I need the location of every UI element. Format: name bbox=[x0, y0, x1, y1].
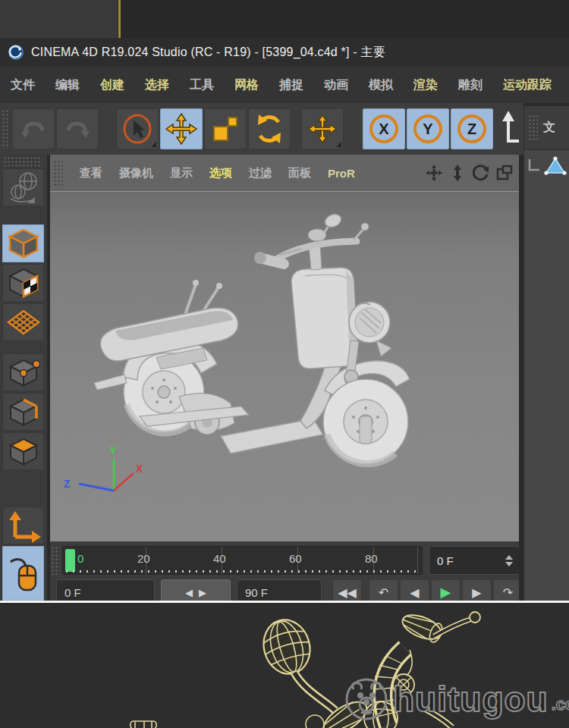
y-axis-lock-button[interactable]: Y bbox=[407, 108, 449, 149]
mode-palette-sidebar bbox=[0, 155, 47, 601]
toolbar-grip[interactable] bbox=[2, 109, 10, 149]
tick-label-20: 20 bbox=[137, 552, 150, 565]
y-axis-ring: Y bbox=[413, 115, 442, 143]
goto-start-group: ◀◀ bbox=[332, 579, 362, 601]
range-end-value: 90 F bbox=[245, 586, 268, 599]
make-editable-button[interactable] bbox=[2, 168, 44, 206]
range-start-field[interactable]: 0 F bbox=[56, 579, 155, 601]
move-tool-icon bbox=[165, 112, 198, 146]
points-mode-button[interactable] bbox=[2, 353, 44, 391]
coordinate-system-icon[interactable] bbox=[498, 111, 520, 149]
timeline-playhead[interactable] bbox=[65, 549, 75, 572]
live-selection-icon bbox=[121, 112, 154, 146]
viewport-zoom-icon[interactable] bbox=[449, 165, 466, 181]
timeline-ruler[interactable]: 0 20 40 60 80 bbox=[62, 546, 423, 575]
previous-frame-icon: ◀ bbox=[410, 585, 419, 600]
menu-edit[interactable]: 编辑 bbox=[55, 77, 80, 93]
next-frame-icon: ▶ bbox=[472, 585, 481, 600]
workplane-mode-button[interactable] bbox=[2, 303, 44, 341]
viewport-menu-panel[interactable]: 面板 bbox=[288, 166, 311, 180]
menu-motion-tracking[interactable]: 运动跟踪 bbox=[503, 77, 552, 93]
last-used-tool-button[interactable] bbox=[301, 108, 344, 149]
background-window-strip bbox=[0, 0, 569, 38]
viewport-3d-view[interactable]: Y X Z bbox=[50, 191, 519, 541]
frame-step-button[interactable]: ◀ ▶ bbox=[161, 579, 231, 601]
object-row[interactable] bbox=[524, 150, 569, 182]
menu-create[interactable]: 创建 bbox=[100, 77, 124, 93]
menu-simulate[interactable]: 模拟 bbox=[369, 77, 393, 93]
transport-controls: ↶ ◀ ▶ ▶ ↷ bbox=[369, 579, 519, 601]
move-tool-button[interactable] bbox=[160, 108, 203, 149]
scale-tool-button[interactable] bbox=[204, 108, 247, 149]
play-backward-icon: ↶ bbox=[379, 585, 388, 600]
goto-start-icon: ◀◀ bbox=[338, 585, 357, 600]
next-frame-button[interactable]: ▶ bbox=[462, 579, 492, 601]
x-axis-letter: X bbox=[379, 121, 388, 136]
play-forward-button[interactable]: ↷ bbox=[493, 579, 519, 601]
mouse-interaction-button[interactable] bbox=[2, 546, 44, 601]
scale-tool-icon bbox=[210, 114, 240, 144]
menu-mesh[interactable]: 网格 bbox=[234, 77, 259, 93]
goto-start-button[interactable]: ◀◀ bbox=[332, 579, 362, 601]
rotate-tool-button[interactable] bbox=[248, 108, 291, 149]
object-manager-grip[interactable] bbox=[528, 115, 538, 142]
x-axis-lock-button[interactable]: X bbox=[363, 108, 405, 149]
viewport-menu-filter[interactable]: 过滤 bbox=[249, 166, 272, 180]
z-axis-ring: Z bbox=[457, 115, 486, 143]
enable-axis-button[interactable] bbox=[2, 507, 44, 544]
undo-button[interactable] bbox=[12, 108, 55, 149]
redo-button[interactable] bbox=[56, 108, 99, 149]
menu-tools[interactable]: 工具 bbox=[190, 77, 214, 93]
previous-frame-button[interactable]: ◀ bbox=[400, 579, 429, 601]
ruler-minor-ticks bbox=[66, 570, 419, 573]
play-button[interactable]: ▶ bbox=[431, 579, 461, 601]
polygons-mode-button[interactable] bbox=[2, 432, 44, 470]
flyout-corner bbox=[336, 142, 341, 147]
menu-animate[interactable]: 动画 bbox=[324, 77, 348, 93]
mouse-icon bbox=[6, 554, 41, 592]
wireframe-mirror bbox=[257, 614, 316, 679]
background-window-panel bbox=[0, 0, 118, 38]
model-mode-icon bbox=[6, 226, 41, 261]
watermark-name: huitugou bbox=[393, 679, 549, 720]
hierarchy-line-icon bbox=[526, 158, 542, 174]
object-manager-menu[interactable]: 文 bbox=[543, 120, 555, 136]
z-axis-lock-button[interactable]: Z bbox=[451, 108, 493, 149]
viewport-move-icon[interactable] bbox=[426, 165, 442, 181]
viewport-menu-prorender[interactable]: ProR bbox=[328, 167, 355, 180]
menu-sculpt[interactable]: 雕刻 bbox=[458, 77, 483, 93]
menu-render[interactable]: 渲染 bbox=[413, 77, 438, 93]
object-manager-header: 文 bbox=[524, 106, 569, 150]
menu-file[interactable]: 文件 bbox=[11, 77, 35, 93]
viewport-rotate-icon[interactable] bbox=[473, 165, 489, 181]
live-selection-button[interactable] bbox=[116, 108, 159, 149]
texture-mode-button[interactable] bbox=[2, 264, 44, 302]
window-title: CINEMA 4D R19.024 Studio (RC - R19) - [5… bbox=[31, 45, 385, 61]
viewport-grip[interactable] bbox=[53, 160, 63, 186]
axis-gizmo: Y X Z bbox=[50, 442, 156, 503]
menu-snap[interactable]: 捕捉 bbox=[279, 77, 303, 93]
viewport-menu-camera[interactable]: 摄像机 bbox=[119, 166, 153, 180]
last-used-move-tool-icon bbox=[307, 114, 338, 144]
model-mode-button[interactable] bbox=[2, 224, 44, 262]
viewport-maximize-icon[interactable] bbox=[496, 165, 513, 181]
frame-spinner-arrows[interactable] bbox=[505, 555, 513, 566]
make-editable-icon bbox=[6, 170, 41, 205]
axis-x-label: X bbox=[136, 463, 143, 475]
edges-mode-button[interactable] bbox=[2, 393, 44, 431]
sidebar-grip[interactable] bbox=[3, 156, 42, 166]
axis-y-label: Y bbox=[109, 444, 117, 457]
viewport-menu-options[interactable]: 选项 bbox=[209, 166, 232, 180]
viewport-menu-view[interactable]: 查看 bbox=[80, 166, 102, 180]
play-backward-button[interactable]: ↶ bbox=[369, 579, 398, 601]
range-end-field[interactable]: 90 F bbox=[237, 579, 322, 601]
cinema4d-logo-icon bbox=[8, 44, 24, 61]
main-toolbar: X Y Z bbox=[0, 103, 523, 155]
timeline-grip[interactable] bbox=[51, 546, 60, 575]
object-manager-panel: 文 bbox=[523, 106, 569, 601]
watermark: huitugou .com bbox=[343, 676, 569, 723]
viewport-menu-display[interactable]: 显示 bbox=[170, 166, 193, 180]
polygons-mode-icon bbox=[6, 434, 41, 469]
menu-select[interactable]: 选择 bbox=[145, 77, 169, 93]
current-frame-field[interactable]: 0 F bbox=[429, 546, 519, 575]
